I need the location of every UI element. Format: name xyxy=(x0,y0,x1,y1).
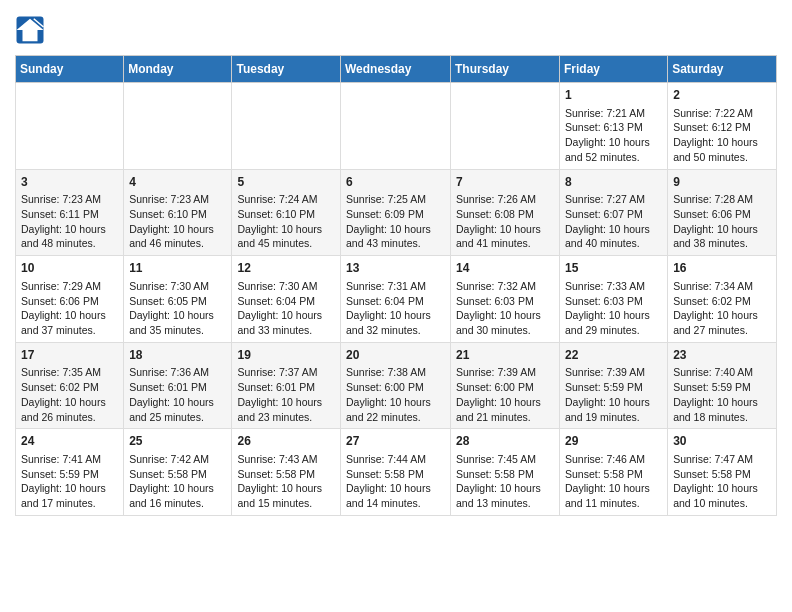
day-info: Sunrise: 7:26 AMSunset: 6:08 PMDaylight:… xyxy=(456,192,554,251)
day-info: Sunrise: 7:46 AMSunset: 5:58 PMDaylight:… xyxy=(565,452,662,511)
calendar: SundayMondayTuesdayWednesdayThursdayFrid… xyxy=(15,55,777,516)
calendar-header-thursday: Thursday xyxy=(451,56,560,83)
day-info: Sunrise: 7:22 AMSunset: 6:12 PMDaylight:… xyxy=(673,106,771,165)
day-info: Sunrise: 7:30 AMSunset: 6:04 PMDaylight:… xyxy=(237,279,335,338)
calendar-week-3: 10Sunrise: 7:29 AMSunset: 6:06 PMDayligh… xyxy=(16,256,777,343)
day-info: Sunrise: 7:44 AMSunset: 5:58 PMDaylight:… xyxy=(346,452,445,511)
day-number: 12 xyxy=(237,260,335,277)
day-number: 1 xyxy=(565,87,662,104)
header xyxy=(15,10,777,45)
day-number: 5 xyxy=(237,174,335,191)
day-number: 18 xyxy=(129,347,226,364)
day-info: Sunrise: 7:42 AMSunset: 5:58 PMDaylight:… xyxy=(129,452,226,511)
day-number: 10 xyxy=(21,260,118,277)
calendar-cell: 28Sunrise: 7:45 AMSunset: 5:58 PMDayligh… xyxy=(451,429,560,516)
day-number: 4 xyxy=(129,174,226,191)
calendar-cell: 19Sunrise: 7:37 AMSunset: 6:01 PMDayligh… xyxy=(232,342,341,429)
day-info: Sunrise: 7:28 AMSunset: 6:06 PMDaylight:… xyxy=(673,192,771,251)
calendar-header-monday: Monday xyxy=(124,56,232,83)
calendar-cell xyxy=(124,83,232,170)
day-info: Sunrise: 7:37 AMSunset: 6:01 PMDaylight:… xyxy=(237,365,335,424)
day-number: 13 xyxy=(346,260,445,277)
calendar-header-saturday: Saturday xyxy=(668,56,777,83)
calendar-cell xyxy=(232,83,341,170)
calendar-cell: 5Sunrise: 7:24 AMSunset: 6:10 PMDaylight… xyxy=(232,169,341,256)
day-info: Sunrise: 7:40 AMSunset: 5:59 PMDaylight:… xyxy=(673,365,771,424)
day-number: 6 xyxy=(346,174,445,191)
calendar-cell xyxy=(16,83,124,170)
day-info: Sunrise: 7:30 AMSunset: 6:05 PMDaylight:… xyxy=(129,279,226,338)
calendar-week-5: 24Sunrise: 7:41 AMSunset: 5:59 PMDayligh… xyxy=(16,429,777,516)
calendar-header-friday: Friday xyxy=(560,56,668,83)
calendar-cell: 18Sunrise: 7:36 AMSunset: 6:01 PMDayligh… xyxy=(124,342,232,429)
day-info: Sunrise: 7:23 AMSunset: 6:10 PMDaylight:… xyxy=(129,192,226,251)
calendar-cell: 15Sunrise: 7:33 AMSunset: 6:03 PMDayligh… xyxy=(560,256,668,343)
calendar-week-2: 3Sunrise: 7:23 AMSunset: 6:11 PMDaylight… xyxy=(16,169,777,256)
day-number: 2 xyxy=(673,87,771,104)
day-number: 11 xyxy=(129,260,226,277)
calendar-cell: 2Sunrise: 7:22 AMSunset: 6:12 PMDaylight… xyxy=(668,83,777,170)
day-info: Sunrise: 7:45 AMSunset: 5:58 PMDaylight:… xyxy=(456,452,554,511)
day-number: 7 xyxy=(456,174,554,191)
day-number: 20 xyxy=(346,347,445,364)
calendar-cell: 11Sunrise: 7:30 AMSunset: 6:05 PMDayligh… xyxy=(124,256,232,343)
day-number: 21 xyxy=(456,347,554,364)
day-info: Sunrise: 7:47 AMSunset: 5:58 PMDaylight:… xyxy=(673,452,771,511)
day-info: Sunrise: 7:29 AMSunset: 6:06 PMDaylight:… xyxy=(21,279,118,338)
calendar-cell: 26Sunrise: 7:43 AMSunset: 5:58 PMDayligh… xyxy=(232,429,341,516)
calendar-cell: 22Sunrise: 7:39 AMSunset: 5:59 PMDayligh… xyxy=(560,342,668,429)
calendar-cell: 6Sunrise: 7:25 AMSunset: 6:09 PMDaylight… xyxy=(341,169,451,256)
day-info: Sunrise: 7:24 AMSunset: 6:10 PMDaylight:… xyxy=(237,192,335,251)
calendar-cell: 27Sunrise: 7:44 AMSunset: 5:58 PMDayligh… xyxy=(341,429,451,516)
day-info: Sunrise: 7:27 AMSunset: 6:07 PMDaylight:… xyxy=(565,192,662,251)
day-number: 22 xyxy=(565,347,662,364)
calendar-header-sunday: Sunday xyxy=(16,56,124,83)
day-number: 23 xyxy=(673,347,771,364)
calendar-week-4: 17Sunrise: 7:35 AMSunset: 6:02 PMDayligh… xyxy=(16,342,777,429)
day-number: 15 xyxy=(565,260,662,277)
calendar-cell: 7Sunrise: 7:26 AMSunset: 6:08 PMDaylight… xyxy=(451,169,560,256)
calendar-cell: 14Sunrise: 7:32 AMSunset: 6:03 PMDayligh… xyxy=(451,256,560,343)
calendar-cell xyxy=(341,83,451,170)
calendar-cell: 16Sunrise: 7:34 AMSunset: 6:02 PMDayligh… xyxy=(668,256,777,343)
day-info: Sunrise: 7:38 AMSunset: 6:00 PMDaylight:… xyxy=(346,365,445,424)
calendar-cell: 23Sunrise: 7:40 AMSunset: 5:59 PMDayligh… xyxy=(668,342,777,429)
calendar-cell: 21Sunrise: 7:39 AMSunset: 6:00 PMDayligh… xyxy=(451,342,560,429)
calendar-week-1: 1Sunrise: 7:21 AMSunset: 6:13 PMDaylight… xyxy=(16,83,777,170)
day-info: Sunrise: 7:43 AMSunset: 5:58 PMDaylight:… xyxy=(237,452,335,511)
calendar-cell: 9Sunrise: 7:28 AMSunset: 6:06 PMDaylight… xyxy=(668,169,777,256)
calendar-cell xyxy=(451,83,560,170)
day-info: Sunrise: 7:34 AMSunset: 6:02 PMDaylight:… xyxy=(673,279,771,338)
day-info: Sunrise: 7:25 AMSunset: 6:09 PMDaylight:… xyxy=(346,192,445,251)
day-number: 27 xyxy=(346,433,445,450)
calendar-header-row: SundayMondayTuesdayWednesdayThursdayFrid… xyxy=(16,56,777,83)
calendar-cell: 30Sunrise: 7:47 AMSunset: 5:58 PMDayligh… xyxy=(668,429,777,516)
calendar-cell: 10Sunrise: 7:29 AMSunset: 6:06 PMDayligh… xyxy=(16,256,124,343)
day-number: 8 xyxy=(565,174,662,191)
calendar-cell: 24Sunrise: 7:41 AMSunset: 5:59 PMDayligh… xyxy=(16,429,124,516)
day-number: 25 xyxy=(129,433,226,450)
day-info: Sunrise: 7:39 AMSunset: 6:00 PMDaylight:… xyxy=(456,365,554,424)
day-info: Sunrise: 7:23 AMSunset: 6:11 PMDaylight:… xyxy=(21,192,118,251)
day-info: Sunrise: 7:39 AMSunset: 5:59 PMDaylight:… xyxy=(565,365,662,424)
logo xyxy=(15,15,49,45)
calendar-cell: 8Sunrise: 7:27 AMSunset: 6:07 PMDaylight… xyxy=(560,169,668,256)
day-number: 26 xyxy=(237,433,335,450)
logo-icon xyxy=(15,15,45,45)
calendar-cell: 13Sunrise: 7:31 AMSunset: 6:04 PMDayligh… xyxy=(341,256,451,343)
day-number: 14 xyxy=(456,260,554,277)
day-info: Sunrise: 7:21 AMSunset: 6:13 PMDaylight:… xyxy=(565,106,662,165)
day-info: Sunrise: 7:32 AMSunset: 6:03 PMDaylight:… xyxy=(456,279,554,338)
day-number: 28 xyxy=(456,433,554,450)
day-number: 9 xyxy=(673,174,771,191)
day-number: 3 xyxy=(21,174,118,191)
calendar-cell: 4Sunrise: 7:23 AMSunset: 6:10 PMDaylight… xyxy=(124,169,232,256)
day-number: 24 xyxy=(21,433,118,450)
day-info: Sunrise: 7:36 AMSunset: 6:01 PMDaylight:… xyxy=(129,365,226,424)
day-info: Sunrise: 7:41 AMSunset: 5:59 PMDaylight:… xyxy=(21,452,118,511)
calendar-header-tuesday: Tuesday xyxy=(232,56,341,83)
day-info: Sunrise: 7:35 AMSunset: 6:02 PMDaylight:… xyxy=(21,365,118,424)
calendar-cell: 12Sunrise: 7:30 AMSunset: 6:04 PMDayligh… xyxy=(232,256,341,343)
day-number: 30 xyxy=(673,433,771,450)
day-number: 17 xyxy=(21,347,118,364)
